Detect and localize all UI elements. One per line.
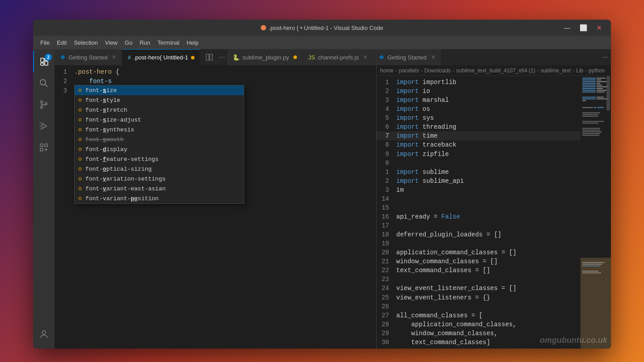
svg-rect-35 xyxy=(597,92,605,93)
svg-rect-54 xyxy=(606,76,610,110)
tab-close-channel-prefs[interactable]: ✕ xyxy=(363,54,368,60)
svg-rect-43 xyxy=(597,107,604,108)
tab-channel-prefs[interactable]: JS channel-prefs.js ✕ xyxy=(303,49,373,65)
svg-rect-30 xyxy=(582,88,596,89)
activity-icon-source-control[interactable] xyxy=(33,94,55,115)
svg-rect-44 xyxy=(582,112,600,113)
tab-close-getting-started-right[interactable]: ✕ xyxy=(431,54,436,60)
activity-icon-explorer[interactable]: 2 xyxy=(33,51,55,72)
py-num-19: 19 xyxy=(377,240,396,247)
svg-rect-59 xyxy=(582,271,598,272)
breadcrumb-lib[interactable]: Lib xyxy=(576,67,583,74)
svg-rect-45 xyxy=(582,114,598,115)
py-content-7: import time xyxy=(396,132,437,139)
autocomplete-item-5[interactable]: ⚙ font-smooth xyxy=(75,135,244,144)
autocomplete-item-0[interactable]: ⚙ font-size xyxy=(75,85,244,95)
tab-label-getting-started: Getting Started xyxy=(68,54,107,61)
svg-rect-18 xyxy=(582,78,596,79)
breadcrumb-sep-3: › xyxy=(453,67,454,74)
autocomplete-item-9[interactable]: ⚙ font-variation-settings xyxy=(75,174,244,184)
menu-terminal[interactable]: Terminal xyxy=(154,38,183,47)
menu-help[interactable]: Help xyxy=(183,38,202,47)
tab-getting-started-right[interactable]: ❖ Getting Started ✕ xyxy=(373,49,441,65)
svg-point-14 xyxy=(42,331,46,334)
autocomplete-dropdown: ⚙ font-size ⚙ font-style ⚙ font-stretch xyxy=(74,85,244,204)
menu-edit[interactable]: Edit xyxy=(53,38,70,47)
svg-rect-52 xyxy=(582,133,600,134)
menu-view[interactable]: View xyxy=(102,38,121,47)
menu-file[interactable]: File xyxy=(37,38,53,47)
autocomplete-item-6[interactable]: ⚙ font-display xyxy=(75,144,244,154)
maximize-button[interactable]: ⬜ xyxy=(577,21,589,34)
svg-point-7 xyxy=(41,106,43,109)
tab-sublime-plugin[interactable]: 🐍 sublime_plugin.py xyxy=(228,49,303,65)
svg-rect-33 xyxy=(597,90,606,91)
py-content-2: import io xyxy=(396,88,430,95)
breadcrumb-home[interactable]: home xyxy=(380,67,394,74)
minimap-svg xyxy=(580,76,611,349)
autocomplete-item-3[interactable]: ⚙ font-size-adjust xyxy=(75,115,244,125)
tab-dirty-dot-sublime xyxy=(293,55,297,59)
editor-area: ❖ Getting Started ✕ # .post-hero{ Untitl… xyxy=(55,49,611,349)
py-num-17: 17 xyxy=(377,222,396,229)
js-icon: JS xyxy=(308,54,315,61)
menu-run[interactable]: Run xyxy=(136,38,154,47)
py-content-11: import sublime xyxy=(396,168,449,176)
autocomplete-item-7[interactable]: ⚙ font-feature-settings xyxy=(75,154,244,164)
editor-layout-button[interactable] xyxy=(202,49,216,65)
more-actions-right[interactable]: ··· xyxy=(600,49,611,65)
svg-rect-23 xyxy=(597,81,606,82)
minimize-button[interactable]: — xyxy=(561,21,573,34)
py-content-30: text_command_classes] xyxy=(396,339,490,346)
autocomplete-text-5: font-smooth xyxy=(85,136,124,143)
activity-icon-extensions[interactable] xyxy=(33,137,55,158)
autocomplete-icon-10: ⚙ xyxy=(78,185,82,192)
activity-icon-search[interactable] xyxy=(33,72,55,94)
py-content-20: application_command_classes = [] xyxy=(396,249,517,256)
svg-rect-57 xyxy=(582,264,602,265)
py-line-12: 2 import sublime_api xyxy=(377,177,580,185)
tab-close-getting-started[interactable]: ✕ xyxy=(112,54,116,60)
vscode-icon-right: ❖ xyxy=(379,54,385,61)
breadcrumb-sublime-build[interactable]: sublime_text_build_4107_x64 (1) xyxy=(456,67,535,74)
code-editor-css[interactable]: 1 .post-hero { 2 font-s 3 } xyxy=(55,65,376,349)
autocomplete-text-3: font-size-adjust xyxy=(85,117,141,123)
autocomplete-item-10[interactable]: ⚙ font-variant-east-asian xyxy=(75,184,244,194)
autocomplete-text-4: font-synthesis xyxy=(85,126,134,133)
minimap[interactable] xyxy=(580,76,611,349)
svg-rect-19 xyxy=(597,78,606,79)
activity-icon-account[interactable] xyxy=(33,324,55,345)
breadcrumb-sublime-text[interactable]: sublime_text xyxy=(541,67,571,74)
py-line-30: 30 text_command_classes] xyxy=(377,338,580,347)
py-line-27: 27 all_command_classes = [ xyxy=(377,311,580,320)
editors-split: 1 .post-hero { 2 font-s 3 } xyxy=(55,65,611,349)
py-line-8: 8 import traceback xyxy=(377,140,580,149)
breadcrumb-parallels[interactable]: parallels xyxy=(399,67,419,74)
autocomplete-item-11[interactable]: ⚙ font-variant-position xyxy=(75,194,244,203)
code-editor-python[interactable]: 1 import importlib 2 import io 3 import … xyxy=(377,76,611,349)
titlebar-dot xyxy=(261,25,266,30)
svg-rect-13 xyxy=(40,148,43,151)
autocomplete-item-4[interactable]: ⚙ font-synthesis xyxy=(75,125,244,135)
py-num-4: 4 xyxy=(377,105,396,113)
activity-icon-run-debug[interactable] xyxy=(33,115,55,137)
breadcrumb-downloads[interactable]: Downloads xyxy=(424,67,451,74)
breadcrumb-python[interactable]: python xyxy=(589,67,605,74)
svg-rect-26 xyxy=(582,84,596,85)
main-layout: 2 xyxy=(33,49,611,349)
py-num-23: 23 xyxy=(377,276,396,283)
menu-selection[interactable]: Selection xyxy=(70,38,101,47)
autocomplete-item-2[interactable]: ⚙ font-stretch xyxy=(75,105,244,115)
menu-go[interactable]: Go xyxy=(121,38,136,47)
autocomplete-item-1[interactable]: ⚙ font-style xyxy=(75,95,244,105)
tab-post-hero[interactable]: # .post-hero{ Untitled-1 xyxy=(122,49,200,65)
autocomplete-item-8[interactable]: ⚙ font-optical-sizing xyxy=(75,164,244,174)
py-line-19: 19 xyxy=(377,239,580,248)
py-line-23: 23 xyxy=(377,275,580,284)
svg-point-4 xyxy=(40,80,46,85)
py-num-22: 22 xyxy=(377,267,396,274)
more-actions-left[interactable]: ··· xyxy=(216,49,228,65)
close-button[interactable]: ✕ xyxy=(593,21,606,34)
tab-label-getting-started-right: Getting Started xyxy=(387,54,426,61)
tab-getting-started[interactable]: ❖ Getting Started ✕ xyxy=(55,49,122,65)
